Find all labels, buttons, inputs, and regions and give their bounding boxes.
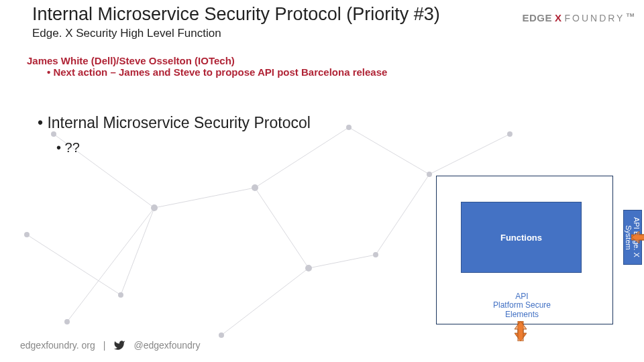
api-platform-l2: Platform Secure bbox=[485, 301, 559, 310]
edgex-logo: EDGE X FOUNDRY TM bbox=[522, 12, 635, 23]
footer-sep: | bbox=[103, 340, 106, 351]
owners-block: James White (Dell)/Steve Osselton (IOTec… bbox=[27, 55, 387, 78]
svg-line-2 bbox=[154, 188, 255, 208]
diagram-frame: Functions API Platform Secure Elements A… bbox=[436, 176, 613, 324]
svg-point-23 bbox=[507, 131, 513, 137]
arrow-horizontal-icon bbox=[631, 231, 644, 243]
slide-subtitle: Edge. X Security High Level Function bbox=[32, 27, 221, 40]
svg-point-18 bbox=[346, 125, 352, 130]
svg-point-16 bbox=[305, 265, 312, 272]
svg-line-3 bbox=[255, 188, 309, 268]
svg-marker-25 bbox=[631, 231, 644, 243]
api-sys-l1: API bbox=[633, 217, 641, 229]
owners-line-2: • Next action – James and Steve to propo… bbox=[47, 66, 387, 78]
main-bullets: • Internal Microservice Security Protoco… bbox=[38, 114, 311, 156]
owners-line-1: James White (Dell)/Steve Osselton (IOTec… bbox=[27, 55, 387, 66]
svg-line-4 bbox=[221, 268, 309, 335]
api-platform-l1: API bbox=[485, 292, 559, 302]
slide-title: Internal Microservice Security Protocol … bbox=[32, 4, 440, 25]
svg-point-13 bbox=[151, 204, 158, 211]
logo-foundry: FOUNDRY bbox=[564, 13, 625, 23]
footer-handle: @edgexfoundry bbox=[133, 340, 200, 351]
svg-line-7 bbox=[376, 174, 429, 255]
arrow-vertical-icon bbox=[515, 321, 527, 341]
svg-point-21 bbox=[64, 319, 70, 324]
svg-line-6 bbox=[349, 127, 429, 174]
bullet-1: • Internal Microservice Security Protoco… bbox=[38, 114, 311, 132]
svg-line-9 bbox=[67, 208, 154, 322]
svg-point-22 bbox=[24, 232, 30, 237]
bullet-2: • ?? bbox=[56, 140, 311, 156]
svg-point-15 bbox=[252, 184, 258, 191]
footer: edgexfoundry. org | @edgexfoundry bbox=[20, 339, 201, 351]
svg-point-20 bbox=[373, 252, 378, 257]
api-platform-label: API Platform Secure Elements bbox=[485, 292, 559, 320]
twitter-icon bbox=[113, 339, 125, 351]
svg-point-14 bbox=[118, 292, 123, 298]
svg-line-8 bbox=[309, 255, 376, 268]
svg-point-19 bbox=[427, 172, 432, 177]
svg-marker-27 bbox=[515, 321, 527, 341]
logo-tm: TM bbox=[626, 12, 635, 18]
functions-box: Functions bbox=[461, 202, 582, 273]
svg-line-10 bbox=[429, 134, 510, 174]
logo-edge: EDGE bbox=[522, 12, 552, 23]
svg-point-17 bbox=[219, 333, 224, 338]
footer-site: edgexfoundry. org bbox=[20, 340, 95, 351]
api-platform-l3: Elements bbox=[485, 310, 559, 320]
svg-line-11 bbox=[27, 235, 121, 295]
logo-x: X bbox=[553, 12, 564, 23]
svg-line-1 bbox=[121, 208, 154, 295]
